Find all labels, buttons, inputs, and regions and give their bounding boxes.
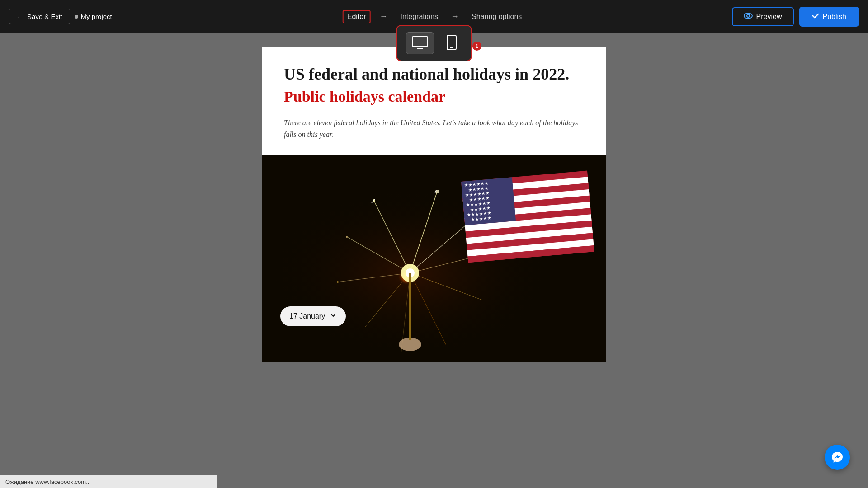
date-badge[interactable]: 17 January xyxy=(280,306,346,326)
checkmark-icon xyxy=(812,12,819,21)
topbar-left: ← Save & Exit My project xyxy=(9,9,112,24)
preview-button[interactable]: Preview xyxy=(732,7,794,26)
svg-point-1 xyxy=(747,14,750,17)
article-description: There are eleven federal holidays in the… xyxy=(284,117,584,140)
article-subtitle-red: Public holidays calendar xyxy=(284,88,584,106)
publish-button[interactable]: Publish xyxy=(799,7,859,27)
nav-step-sharing[interactable]: Sharing options xyxy=(468,11,525,23)
project-dot-icon xyxy=(75,15,78,19)
svg-point-24 xyxy=(337,281,339,283)
nav-arrow-2: → xyxy=(451,12,459,21)
svg-point-0 xyxy=(744,13,752,19)
project-name: My project xyxy=(75,13,112,20)
sparkler-svg: ★★★★★★ ★★★★★ ★★★★★★ ★★★★★ ★★★★★★ ★★★★★ ★… xyxy=(262,155,606,362)
back-arrow-icon: ← xyxy=(17,13,24,20)
date-badge-label: 17 January xyxy=(289,312,325,320)
messenger-fab[interactable] xyxy=(825,445,850,470)
chevron-down-icon xyxy=(330,312,337,321)
mobile-view-button[interactable] xyxy=(441,31,462,55)
statusbar: Ожидание www.facebook.com... xyxy=(0,475,217,488)
save-exit-button[interactable]: ← Save & Exit xyxy=(9,9,70,24)
svg-rect-2 xyxy=(412,37,428,47)
desktop-icon xyxy=(412,36,428,50)
nav-step-integrations[interactable]: Integrations xyxy=(397,11,442,23)
nav-arrow-1: → xyxy=(380,12,388,21)
view-switcher xyxy=(396,25,472,61)
view-switcher-badge: 1 xyxy=(472,42,481,51)
article-image: ★★★★★★ ★★★★★ ★★★★★★ ★★★★★ ★★★★★★ ★★★★★ ★… xyxy=(262,155,606,362)
content-panel: US federal and national holidays in 2022… xyxy=(262,47,606,362)
statusbar-text: Ожидание www.facebook.com... xyxy=(5,479,91,485)
topbar-center: Editor → Integrations → Sharing options xyxy=(343,10,526,23)
messenger-icon xyxy=(831,451,844,464)
sparkler-background: ★★★★★★ ★★★★★ ★★★★★★ ★★★★★ ★★★★★★ ★★★★★ ★… xyxy=(262,155,606,362)
desktop-view-button[interactable] xyxy=(406,32,434,54)
svg-point-22 xyxy=(346,236,348,238)
nav-step-editor[interactable]: Editor xyxy=(343,10,371,23)
article-title: US federal and national holidays in 2022… xyxy=(284,65,584,84)
preview-icon xyxy=(744,13,753,21)
article-header: US federal and national holidays in 2022… xyxy=(262,47,606,155)
main-area: US federal and national holidays in 2022… xyxy=(0,33,868,488)
topbar-right: Preview Publish xyxy=(732,7,859,27)
mobile-icon xyxy=(447,35,457,52)
